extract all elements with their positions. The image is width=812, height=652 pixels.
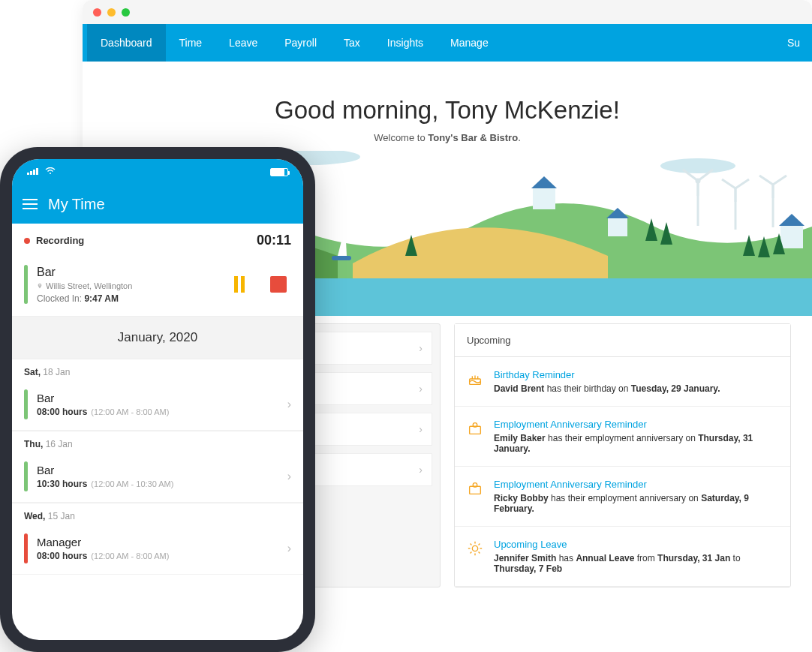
svg-rect-29 bbox=[332, 256, 351, 260]
svg-line-46 bbox=[479, 544, 480, 545]
upcoming-detail: Jennifer Smith has Annual Leave from Thu… bbox=[494, 553, 778, 574]
minimize-dot-icon[interactable] bbox=[107, 8, 116, 17]
nav-manage[interactable]: Manage bbox=[437, 24, 502, 62]
chevron-right-icon: › bbox=[287, 542, 291, 555]
entry-color-bar bbox=[24, 533, 28, 563]
badge-icon bbox=[467, 480, 483, 497]
day-section: Sat, 18 Jan Bar 08:00 hours(12:00 AM - 8… bbox=[12, 359, 303, 431]
hero-subtitle: Welcome to Tony's Bar & Bistro. bbox=[83, 132, 812, 143]
svg-line-43 bbox=[471, 544, 472, 545]
svg-point-38 bbox=[472, 545, 477, 551]
phone-device: My Time Recording 00:11 Bar Willis Stree… bbox=[0, 147, 315, 652]
upcoming-header: Upcoming bbox=[455, 324, 790, 357]
entry-hours: 08:00 hours(12:00 AM - 8:00 AM) bbox=[37, 551, 287, 561]
day-section: Wed, 15 Jan Manager 08:00 hours(12:00 AM… bbox=[12, 503, 303, 575]
svg-rect-16 bbox=[533, 188, 555, 209]
entry-title: Bar bbox=[37, 464, 287, 476]
upcoming-title[interactable]: Upcoming Leave bbox=[494, 539, 778, 550]
nav-payroll[interactable]: Payroll bbox=[271, 24, 330, 62]
cake-icon bbox=[467, 371, 483, 387]
nav-dashboard[interactable]: Dashboard bbox=[87, 24, 166, 62]
day-label: Thu, 16 Jan bbox=[12, 431, 303, 454]
chevron-right-icon: › bbox=[287, 398, 291, 411]
hero-title: Good morning, Tony McKenzie! bbox=[83, 96, 812, 125]
pin-icon bbox=[37, 283, 43, 289]
session-title: Bar bbox=[37, 266, 227, 279]
entry-color-bar bbox=[24, 461, 28, 491]
svg-line-9 bbox=[722, 179, 735, 188]
chevron-right-icon: › bbox=[287, 470, 291, 483]
upcoming-list: Birthday Reminder David Brent has their … bbox=[455, 357, 790, 587]
day-section: Thu, 16 Jan Bar 10:30 hours(12:00 AM - 1… bbox=[12, 431, 303, 503]
entry-color-bar bbox=[24, 389, 28, 419]
nav-time[interactable]: Time bbox=[166, 24, 216, 62]
hero-welcome-prefix: Welcome to bbox=[374, 132, 428, 143]
phone-header: My Time bbox=[12, 185, 303, 224]
close-dot-icon[interactable] bbox=[93, 8, 101, 17]
badge-icon bbox=[467, 420, 483, 437]
upcoming-item[interactable]: Employment Anniversary Reminder Emily Ba… bbox=[455, 407, 790, 467]
day-label: Sat, 18 Jan bbox=[12, 359, 303, 382]
recording-dot-icon bbox=[24, 238, 30, 244]
sun-icon bbox=[467, 540, 483, 557]
day-label: Wed, 15 Jan bbox=[12, 503, 303, 526]
svg-marker-28 bbox=[338, 226, 347, 256]
svg-line-44 bbox=[479, 552, 480, 554]
upcoming-detail: Emily Baker has their employment anniver… bbox=[494, 433, 778, 454]
window-controls bbox=[83, 0, 812, 24]
upcoming-item[interactable]: Birthday Reminder David Brent has their … bbox=[455, 357, 790, 407]
nav-bar: Dashboard Time Leave Payroll Tax Insight… bbox=[83, 24, 812, 62]
hero: Good morning, Tony McKenzie! Welcome to … bbox=[83, 62, 812, 143]
entry-hours: 08:00 hours(12:00 AM - 8:00 AM) bbox=[37, 407, 287, 417]
upcoming-title[interactable]: Employment Anniversary Reminder bbox=[494, 419, 778, 430]
svg-line-45 bbox=[471, 552, 472, 554]
upcoming-panel: Upcoming Birthday Reminder David Brent h… bbox=[454, 323, 791, 587]
svg-line-14 bbox=[773, 176, 786, 185]
time-entry-row[interactable]: Bar 10:30 hours(12:00 AM - 10:30 AM) › bbox=[12, 454, 303, 503]
stop-button[interactable] bbox=[266, 272, 291, 297]
svg-line-10 bbox=[735, 179, 749, 188]
signal-wifi-icons bbox=[27, 167, 56, 177]
upcoming-item[interactable]: Upcoming Leave Jennifer Smith has Annual… bbox=[455, 527, 790, 587]
hero-company: Tony's Bar & Bistro bbox=[428, 132, 518, 143]
recording-timer: 00:11 bbox=[257, 233, 291, 248]
upcoming-detail: Ricky Bobby has their employment anniver… bbox=[494, 493, 778, 514]
time-entry-row[interactable]: Bar 08:00 hours(12:00 AM - 8:00 AM) › bbox=[12, 382, 303, 431]
maximize-dot-icon[interactable] bbox=[122, 8, 130, 17]
svg-marker-17 bbox=[531, 176, 557, 188]
battery-icon bbox=[270, 168, 288, 176]
nav-right-truncated[interactable]: Su bbox=[787, 37, 807, 49]
svg-rect-20 bbox=[780, 226, 803, 248]
chevron-right-icon: › bbox=[419, 383, 423, 395]
pause-button[interactable] bbox=[227, 272, 252, 297]
menu-icon[interactable] bbox=[23, 199, 38, 209]
phone-screen: My Time Recording 00:11 Bar Willis Stree… bbox=[12, 159, 303, 640]
session-location: Willis Street, Wellington bbox=[37, 281, 227, 290]
chevron-right-icon: › bbox=[419, 423, 423, 435]
month-header: January, 2020 bbox=[12, 317, 303, 359]
signal-icon bbox=[27, 167, 38, 175]
upcoming-title[interactable]: Employment Anniversary Reminder bbox=[494, 479, 778, 490]
entry-title: Manager bbox=[37, 536, 287, 548]
entry-title: Bar bbox=[37, 392, 287, 404]
phone-status-bar bbox=[12, 159, 303, 185]
session-color-bar bbox=[24, 265, 28, 304]
nav-insights[interactable]: Insights bbox=[374, 24, 437, 62]
current-session: Bar Willis Street, Wellington Clocked In… bbox=[12, 257, 303, 317]
phone-title: My Time bbox=[48, 196, 105, 213]
svg-rect-18 bbox=[608, 218, 627, 236]
chevron-right-icon: › bbox=[419, 342, 423, 354]
time-entry-row[interactable]: Manager 08:00 hours(12:00 AM - 8:00 AM) … bbox=[12, 526, 303, 575]
chevron-right-icon: › bbox=[419, 464, 423, 476]
upcoming-detail: David Brent has their birthday on Tuesda… bbox=[494, 383, 720, 394]
nav-tax[interactable]: Tax bbox=[330, 24, 374, 62]
svg-marker-21 bbox=[779, 214, 804, 226]
recording-label: Recording bbox=[36, 235, 84, 246]
session-clocked-in: Clocked In: 9:47 AM bbox=[37, 293, 227, 304]
upcoming-title[interactable]: Birthday Reminder bbox=[494, 369, 720, 380]
svg-point-1 bbox=[660, 158, 735, 173]
upcoming-item[interactable]: Employment Anniversary Reminder Ricky Bo… bbox=[455, 467, 790, 527]
nav-leave[interactable]: Leave bbox=[215, 24, 271, 62]
wifi-icon bbox=[45, 167, 56, 175]
svg-line-13 bbox=[759, 176, 773, 185]
